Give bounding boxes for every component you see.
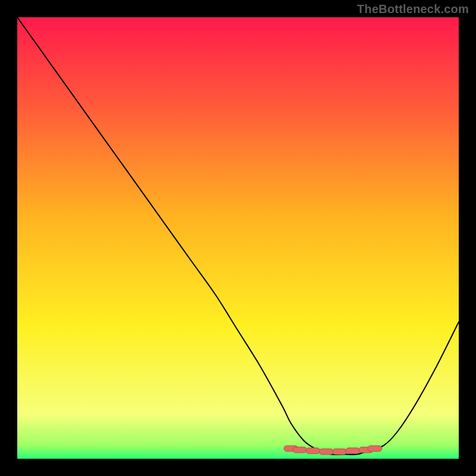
marker-capsule [368, 446, 382, 452]
marker-capsule [293, 447, 307, 453]
watermark-text: TheBottleneck.com [357, 2, 469, 16]
bottleneck-chart [17, 17, 459, 459]
marker-capsule [333, 449, 347, 455]
marker-capsule [346, 448, 360, 454]
plot-background [17, 17, 459, 459]
marker-capsule [306, 448, 320, 454]
marker-capsule [320, 449, 334, 455]
